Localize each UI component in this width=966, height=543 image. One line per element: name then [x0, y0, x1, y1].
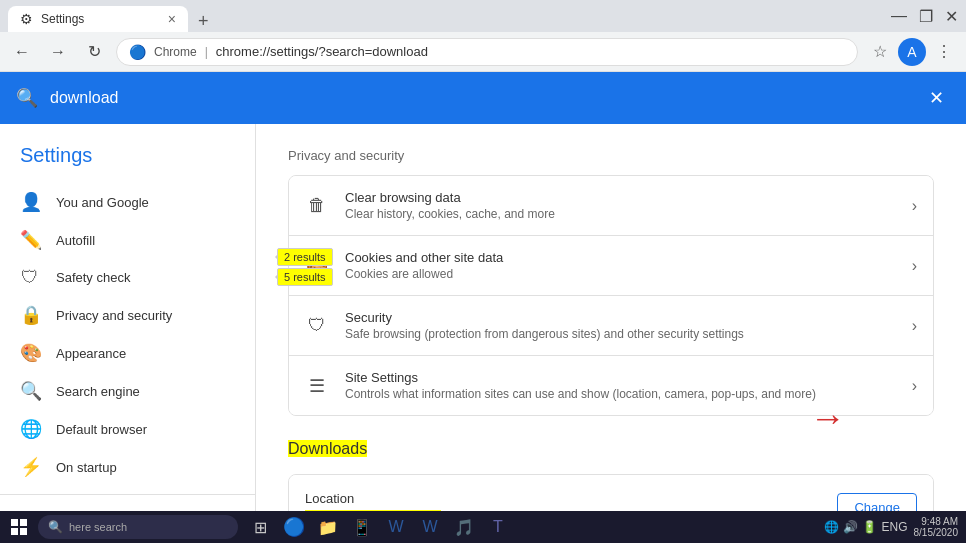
security-icon: 🛡	[305, 315, 329, 336]
taskbar-search-text: here search	[69, 521, 127, 533]
privacy-settings-list: 🗑 Clear browsing data Clear history, coo…	[288, 175, 934, 416]
taskbar-word-icon[interactable]: W	[382, 513, 410, 541]
sidebar-label-appearance: Appearance	[56, 346, 126, 361]
taskbar-clock: 9:48 AM 8/15/2020	[914, 516, 959, 538]
taskbar-search-icon: 🔍	[48, 520, 63, 534]
tooltip-badge-5-results: 5 results	[277, 268, 333, 286]
cookies-item[interactable]: 🍪 Cookies and other site data Cookies ar…	[289, 236, 933, 296]
cookies-desc: Cookies are allowed	[345, 267, 912, 281]
shield-icon: 🛡	[20, 267, 40, 288]
sidebar-label-search-engine: Search engine	[56, 384, 140, 399]
sidebar-label-privacy: Privacy and security	[56, 308, 172, 323]
cookies-title: Cookies and other site data	[345, 250, 912, 265]
downloads-settings-card: Location C:\Users\user\Downloads Change …	[288, 474, 934, 511]
sidebar-item-default-browser[interactable]: 🌐 Default browser	[0, 410, 255, 448]
taskbar-viber-icon[interactable]: 📱	[348, 513, 376, 541]
downloads-highlight: Download	[288, 440, 359, 457]
maximize-button[interactable]: ❐	[919, 7, 933, 26]
security-item[interactable]: 🛡 Security Safe browsing (protection fro…	[289, 296, 933, 356]
taskbar-date-display: 8/15/2020	[914, 527, 959, 538]
main-layout: Settings 👤 You and Google ✏️ Autofill 🛡 …	[0, 124, 966, 511]
taskbar: 🔍 here search ⊞ 🔵 📁 📱 W W 🎵 T 🌐 🔊 🔋 ENG …	[0, 511, 966, 543]
tab-area: ⚙ Settings × +	[8, 0, 215, 32]
security-title: Security	[345, 310, 912, 325]
location-row: Location C:\Users\user\Downloads Change	[305, 491, 917, 511]
clear-browsing-data-item[interactable]: 🗑 Clear browsing data Clear history, coo…	[289, 176, 933, 236]
sidebar-title: Settings	[0, 132, 255, 183]
taskbar-teams-icon[interactable]: T	[484, 513, 512, 541]
sidebar-divider	[0, 494, 255, 495]
sidebar-item-autofill[interactable]: ✏️ Autofill	[0, 221, 255, 259]
tooltip-badges-container: 2 results 5 results	[277, 248, 333, 286]
taskbar-app-icons: ⊞ 🔵 📁 📱 W W 🎵 T	[246, 513, 512, 541]
taskbar-volume-icon: 🔊	[843, 520, 858, 534]
search-engine-icon: 🔍	[20, 380, 40, 402]
search-input[interactable]	[50, 89, 910, 107]
tab-title: Settings	[41, 12, 84, 26]
close-button[interactable]: ✕	[945, 7, 958, 26]
site-icon: 🔵	[129, 44, 146, 60]
tooltip-badge-2-results: 2 results	[277, 248, 333, 266]
browser-icon: 🌐	[20, 418, 40, 440]
taskbar-language-label: ENG	[881, 520, 907, 534]
sidebar-label-default-browser: Default browser	[56, 422, 147, 437]
site-settings-icon: ☰	[305, 375, 329, 397]
taskbar-right-area: 🌐 🔊 🔋 ENG 9:48 AM 8/15/2020	[824, 516, 962, 538]
security-desc: Safe browsing (protection from dangerous…	[345, 327, 912, 341]
search-header: 🔍 ✕	[0, 72, 966, 124]
cookies-text: Cookies and other site data Cookies are …	[345, 250, 912, 281]
location-info: Location C:\Users\user\Downloads	[305, 491, 441, 511]
new-tab-button[interactable]: +	[192, 11, 215, 32]
sidebar-item-on-startup[interactable]: ⚡ On startup	[0, 448, 255, 486]
sidebar: Settings 👤 You and Google ✏️ Autofill 🛡 …	[0, 124, 256, 511]
windows-logo-icon	[11, 519, 27, 535]
menu-button[interactable]: ⋮	[930, 38, 958, 66]
window-controls: — ❐ ✕	[891, 7, 958, 26]
sidebar-label-safety-check: Safety check	[56, 270, 130, 285]
sidebar-item-appearance[interactable]: 🎨 Appearance	[0, 334, 255, 372]
sidebar-item-safety-check[interactable]: 🛡 Safety check	[0, 259, 255, 296]
sidebar-item-privacy[interactable]: 🔒 Privacy and security	[0, 296, 255, 334]
address-bar-row: ← → ↻ 🔵 Chrome | chrome://settings/?sear…	[0, 32, 966, 72]
change-button[interactable]: Change	[837, 493, 917, 511]
search-icon: 🔍	[16, 87, 38, 109]
clear-browsing-desc: Clear history, cookies, cache, and more	[345, 207, 912, 221]
back-button[interactable]: ←	[8, 38, 36, 66]
title-bar: ⚙ Settings × + — ❐ ✕	[0, 0, 966, 32]
arrow-right-icon-1: ›	[912, 257, 917, 275]
sidebar-label-autofill: Autofill	[56, 233, 95, 248]
url-text: chrome://settings/?search=download	[216, 44, 845, 59]
location-label: Location	[305, 491, 441, 506]
address-bar[interactable]: 🔵 Chrome | chrome://settings/?search=dow…	[116, 38, 858, 66]
privacy-section-title: Privacy and security	[288, 148, 934, 163]
taskbar-word2-icon[interactable]: W	[416, 513, 444, 541]
content-area: Privacy and security 🗑 Clear browsing da…	[256, 124, 966, 511]
trash-icon: 🗑	[305, 195, 329, 216]
forward-button[interactable]: →	[44, 38, 72, 66]
active-tab[interactable]: ⚙ Settings ×	[8, 6, 188, 32]
downloads-section-title: Downloads	[288, 440, 934, 458]
sidebar-item-search-engine[interactable]: 🔍 Search engine	[0, 372, 255, 410]
start-button[interactable]	[4, 512, 34, 542]
arrow-right-icon-3: ›	[912, 377, 917, 395]
bookmark-button[interactable]: ☆	[866, 38, 894, 66]
security-text: Security Safe browsing (protection from …	[345, 310, 912, 341]
arrow-right-icon-0: ›	[912, 197, 917, 215]
sidebar-item-you-and-google[interactable]: 👤 You and Google	[0, 183, 255, 221]
taskbar-chrome-icon[interactable]: 🔵	[280, 513, 308, 541]
person-icon: 👤	[20, 191, 40, 213]
taskbar-task-view[interactable]: ⊞	[246, 513, 274, 541]
refresh-button[interactable]: ↻	[80, 38, 108, 66]
minimize-button[interactable]: —	[891, 7, 907, 26]
downloads-suffix: s	[359, 440, 367, 457]
tab-close-button[interactable]: ×	[168, 11, 176, 27]
arrow-right-icon-2: ›	[912, 317, 917, 335]
taskbar-battery-icon: 🔋	[862, 520, 877, 534]
search-clear-button[interactable]: ✕	[922, 84, 950, 112]
taskbar-media-icon[interactable]: 🎵	[450, 513, 478, 541]
sidebar-section-advanced[interactable]: Advanced ▼	[0, 503, 255, 511]
autofill-icon: ✏️	[20, 229, 40, 251]
profile-button[interactable]: A	[898, 38, 926, 66]
taskbar-search-box[interactable]: 🔍 here search	[38, 515, 238, 539]
taskbar-folder-icon[interactable]: 📁	[314, 513, 342, 541]
